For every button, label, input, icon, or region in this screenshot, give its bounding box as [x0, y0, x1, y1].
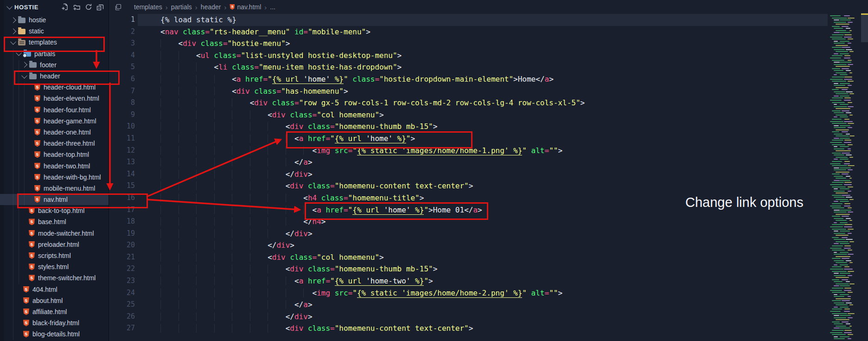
breadcrumb-items: templates›partials›header›5nav.html›...: [134, 3, 275, 11]
minimap-line: [834, 222, 837, 223]
html-file-icon: 5: [34, 84, 40, 90]
minimap-line: [848, 102, 852, 103]
minimap[interactable]: [827, 0, 861, 341]
minimap-line: [840, 336, 849, 337]
new-file-icon[interactable]: [62, 3, 69, 11]
tree-item-mode-switcher-html[interactable]: 5mode-switcher.html: [0, 228, 108, 239]
tree-item-header-one-html[interactable]: 5header-one.html: [0, 127, 108, 138]
breadcrumb-item[interactable]: header: [201, 3, 221, 11]
line-number: 11: [109, 133, 135, 145]
pages-icon[interactable]: [115, 4, 121, 11]
minimap-line: [840, 41, 849, 42]
tree-item-preloader-html[interactable]: 5preloader.html: [0, 239, 108, 250]
minimap-line: [834, 127, 846, 128]
minimap-line: [832, 153, 841, 154]
minimap-line: [848, 207, 852, 208]
breadcrumb-item[interactable]: ...: [270, 3, 275, 11]
tree-item-header-game-html[interactable]: 5header-game.html: [0, 116, 108, 127]
minimap-line: [840, 96, 849, 97]
code-line: </h4>: [160, 216, 585, 228]
minimap-line: [840, 252, 849, 253]
minimap-line: [846, 218, 851, 219]
minimap-line: [842, 237, 848, 238]
minimap-line: [830, 79, 843, 80]
scrollbar-thumb[interactable]: [861, 13, 868, 42]
tree-item-footer[interactable]: footer: [0, 59, 108, 71]
tree-item-404-html[interactable]: 5404.html: [0, 284, 108, 295]
code-line: <div class="homemenu-content text-center…: [160, 180, 585, 192]
minimap-line: [834, 125, 839, 126]
tree-item-mobile-menu-html[interactable]: 5mobile-menu.html: [0, 183, 108, 194]
tree-item-scripts-html[interactable]: 5scripts.html: [0, 250, 108, 261]
breadcrumb-item[interactable]: templates: [134, 3, 162, 11]
tree-item-header-top-html[interactable]: 5header-top.html: [0, 149, 108, 160]
minimap-line: [844, 309, 850, 309]
tree-item-about-html[interactable]: 5about.html: [0, 295, 108, 306]
minimap-line: [834, 307, 838, 308]
minimap-line: [846, 281, 850, 282]
minimap-line: [834, 146, 837, 147]
tree-item-hostie[interactable]: hostie: [0, 14, 108, 26]
tree-item-styles-html[interactable]: 5styles.html: [0, 261, 108, 272]
line-number: 26: [109, 311, 135, 323]
collapse-folders-icon[interactable]: [96, 3, 104, 11]
breadcrumb-item[interactable]: partials: [171, 3, 192, 11]
tree-item-header-with-bg-html[interactable]: 5header-with-bg.html: [0, 172, 108, 183]
minimap-line: [834, 323, 843, 324]
tree-item-label: back-to-top.html: [38, 207, 84, 214]
minimap-line: [848, 22, 853, 23]
tree-item-header-eleven-html[interactable]: 5header-eleven.html: [0, 93, 108, 104]
refresh-icon[interactable]: [85, 3, 92, 11]
tree-item-back-to-top-html[interactable]: 5back-to-top.html: [0, 205, 108, 216]
minimap-line: [842, 153, 850, 154]
tree-item-label: partials: [34, 50, 55, 58]
tree-item-base-html[interactable]: 5base.html: [0, 216, 108, 227]
code-line: <li class="menu-item hostie-has-dropdown…: [160, 61, 585, 73]
tree-item-static[interactable]: static: [0, 26, 108, 37]
minimap-line: [832, 60, 844, 61]
html-file-icon: 5: [29, 264, 35, 270]
minimap-line: [848, 123, 854, 124]
minimap-line: [848, 81, 854, 82]
new-folder-icon[interactable]: [73, 3, 81, 11]
breadcrumb-separator: ›: [195, 3, 198, 11]
minimap-line: [840, 125, 850, 126]
minimap-line: [844, 290, 851, 291]
minimap-line: [836, 150, 851, 151]
minimap-line: [848, 292, 853, 293]
scrollbar: [861, 0, 868, 341]
tree-item-black-friday-html[interactable]: 5black-friday.html: [0, 317, 108, 328]
chevron-down-icon[interactable]: [6, 3, 13, 9]
minimap-line: [830, 226, 843, 227]
breadcrumb-item[interactable]: 5nav.html: [230, 3, 261, 11]
minimap-line: [834, 41, 838, 42]
minimap-line: [840, 201, 849, 202]
code-line: <div class="col homemenu">: [160, 251, 585, 264]
minimap-line: [848, 229, 854, 230]
minimap-line: [834, 176, 843, 177]
tree-item-header[interactable]: header: [0, 71, 108, 82]
tree-item-header-four-html[interactable]: 5header-four.html: [0, 104, 108, 116]
minimap-line: [832, 245, 843, 246]
tree-item-affiliate-html[interactable]: 5affiliate.html: [0, 306, 108, 317]
tree-item-header-cloud-html[interactable]: 5header-cloud.html: [0, 82, 108, 93]
minimap-line: [844, 100, 851, 101]
html-file-icon: 5: [34, 129, 40, 135]
minimap-line: [836, 72, 847, 73]
folder-icon: [29, 62, 37, 68]
code-editor[interactable]: {% load static %}<nav class="rts-header_…: [160, 14, 585, 335]
tree-item-nav-html[interactable]: 5nav.html: [0, 194, 108, 205]
minimap-line: [849, 72, 852, 73]
tree-item-blog-details-html[interactable]: 5blog-details.html: [0, 328, 108, 340]
minimap-line: [846, 323, 850, 324]
code-line: <a href="{% url 'home' %}" class="hostie…: [160, 73, 585, 85]
tree-item-header-three-html[interactable]: 5header-three.html: [0, 138, 108, 149]
editor-area: templates›partials›header›5nav.html›... …: [109, 0, 868, 341]
tree-item-partials[interactable]: partials: [0, 48, 108, 59]
minimap-line: [834, 197, 845, 198]
tree-item-theme-switcher-html[interactable]: 5theme-switcher.html: [0, 272, 108, 283]
line-number: 1: [109, 14, 135, 26]
tree-item-templates[interactable]: templates: [0, 37, 108, 48]
tree-item-header-two-html[interactable]: 5header-two.html: [0, 160, 108, 171]
minimap-line: [832, 216, 840, 217]
